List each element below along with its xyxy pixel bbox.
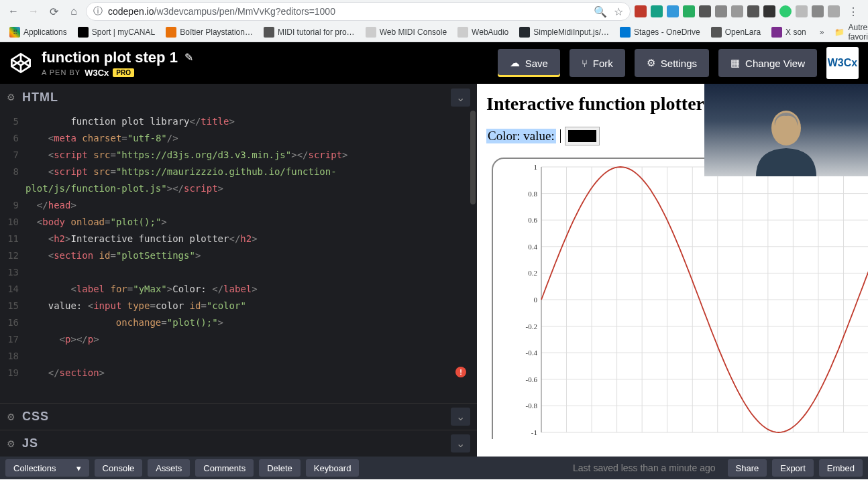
- back-button[interactable]: ←: [5, 3, 21, 19]
- html-panel-title: HTML: [22, 90, 451, 105]
- html-settings-icon[interactable]: ⚙: [7, 92, 15, 103]
- code-line[interactable]: 9 </head>: [0, 197, 477, 214]
- bookmark-item[interactable]: Sport | myCANAL: [74, 25, 159, 40]
- collections-dropdown[interactable]: Collections▾: [5, 459, 89, 477]
- ext-icon[interactable]: [651, 5, 663, 17]
- url-text: codepen.io/w3devcampus/pen/MmVvKg?editor…: [108, 6, 588, 17]
- ext-icon[interactable]: [699, 5, 711, 17]
- html-collapse-icon[interactable]: ⌄: [451, 88, 470, 107]
- workspace: ⚙ HTML ⌄ 5 function plot library</title>…: [0, 84, 868, 457]
- editor-column: ⚙ HTML ⌄ 5 function plot library</title>…: [0, 84, 477, 457]
- code-line[interactable]: 19 </section>: [0, 365, 477, 381]
- assets-button[interactable]: Assets: [148, 459, 190, 477]
- code-line[interactable]: 5 function plot library</title>: [0, 113, 477, 130]
- css-panel-title: CSS: [22, 410, 451, 424]
- html-code-editor[interactable]: 5 function plot library</title>6 <meta c…: [0, 111, 477, 403]
- svg-text:0.8: 0.8: [528, 190, 537, 198]
- console-button[interactable]: Console: [95, 459, 143, 477]
- ext-icon[interactable]: [779, 5, 792, 17]
- ext-icon[interactable]: [763, 5, 775, 17]
- code-line[interactable]: 8 <script src="https://maurizzzio.github…: [0, 164, 477, 180]
- css-panel-header: ⚙ CSS ⌄: [0, 403, 477, 430]
- svg-text:0.4: 0.4: [528, 243, 537, 251]
- change-view-button[interactable]: ▦Change View: [718, 49, 817, 77]
- function-plot[interactable]: -1-0.8-0.6-0.4-0.200.20.40.60.81: [492, 158, 867, 439]
- zoom-icon[interactable]: 🔍: [594, 5, 607, 18]
- edit-title-icon[interactable]: ✎: [184, 51, 193, 64]
- star-icon[interactable]: ☆: [614, 5, 623, 18]
- ext-icon[interactable]: [715, 5, 727, 17]
- browser-chrome: ← → ⟳ ⌂ ⓘ codepen.io/w3devcampus/pen/MmV…: [0, 0, 868, 42]
- ext-icon[interactable]: [796, 5, 808, 17]
- code-line[interactable]: 12 <section id="plotSettings">: [0, 247, 477, 264]
- css-settings-icon[interactable]: ⚙: [7, 412, 15, 422]
- settings-button[interactable]: ⚙Settings: [635, 49, 709, 77]
- js-panel-header: ⚙ JS ⌄: [0, 430, 477, 457]
- bookmarks-overflow[interactable]: »: [816, 27, 828, 37]
- code-line[interactable]: 15 value: <input type=color id="color": [0, 298, 477, 314]
- bookmarks-bar: ⠿ApplicationsSport | myCANALBoîtier Play…: [0, 23, 868, 42]
- bookmark-item[interactable]: OpenLara: [707, 25, 765, 40]
- code-line[interactable]: 18: [0, 348, 477, 365]
- ext-icon[interactable]: [731, 5, 743, 17]
- site-info-icon[interactable]: ⓘ: [93, 5, 103, 17]
- code-line[interactable]: 6 <meta charset="utf-8"/>: [0, 130, 477, 147]
- keyboard-button[interactable]: Keyboard: [306, 459, 360, 477]
- save-button[interactable]: ☁Save: [498, 49, 560, 77]
- code-line[interactable]: 14 <label for="yMax">Color: </label>: [0, 281, 477, 298]
- plot-svg: -1-0.8-0.6-0.4-0.200.20.40.60.81: [493, 159, 868, 440]
- code-line[interactable]: 17 <p></p>: [0, 331, 477, 348]
- address-bar[interactable]: ⓘ codepen.io/w3devcampus/pen/MmVvKg?edit…: [86, 2, 631, 21]
- code-line[interactable]: 10 <body onload="plot();">: [0, 214, 477, 231]
- browser-menu[interactable]: ⋮: [844, 5, 863, 18]
- svg-text:-0.4: -0.4: [526, 349, 538, 357]
- webcam-overlay: [704, 84, 868, 176]
- other-bookmarks[interactable]: 📁Autres favoris: [830, 21, 868, 44]
- fork-button[interactable]: ⑂Fork: [569, 49, 625, 77]
- color-input[interactable]: [565, 127, 600, 145]
- ext-icon[interactable]: [828, 5, 840, 17]
- js-settings-icon[interactable]: ⚙: [7, 438, 15, 449]
- apps-bookmark[interactable]: ⠿Applications: [5, 25, 71, 40]
- bookmark-item[interactable]: Stages - OneDrive: [616, 25, 704, 40]
- bookmark-item[interactable]: WebAudio: [453, 25, 512, 40]
- css-collapse-icon[interactable]: ⌄: [451, 408, 470, 426]
- bookmark-item[interactable]: SimpleMidiInput.js/…: [515, 25, 613, 40]
- pen-author[interactable]: W3Cx: [85, 68, 109, 78]
- codepen-logo[interactable]: [9, 52, 32, 74]
- share-button[interactable]: Share: [728, 459, 767, 477]
- reload-button[interactable]: ⟳: [46, 3, 62, 19]
- comments-button[interactable]: Comments: [195, 459, 254, 477]
- bookmark-item[interactable]: MIDI tutorial for pro…: [260, 25, 359, 40]
- svg-text:-1: -1: [531, 428, 537, 436]
- ext-icon[interactable]: [635, 5, 647, 17]
- user-avatar[interactable]: W3Cx: [826, 47, 859, 79]
- delete-button[interactable]: Delete: [259, 459, 301, 477]
- embed-button[interactable]: Embed: [819, 459, 863, 477]
- save-status: Last saved less than a minute ago: [573, 463, 715, 473]
- code-line[interactable]: 11 <h2>Interactive function plotter</h2>: [0, 231, 477, 247]
- error-icon[interactable]: !: [455, 367, 466, 377]
- bookmark-item[interactable]: X son: [767, 25, 810, 40]
- code-line[interactable]: plot/js/function-plot.js"></script>: [0, 180, 477, 197]
- pen-title[interactable]: function plot step 1: [42, 49, 178, 66]
- svg-text:0.6: 0.6: [528, 216, 537, 224]
- fork-icon: ⑂: [582, 58, 588, 69]
- bookmark-item[interactable]: Web MIDI Console: [362, 25, 451, 40]
- code-line[interactable]: 7 <script src="https://d3js.org/d3.v3.mi…: [0, 147, 477, 164]
- export-button[interactable]: Export: [772, 459, 814, 477]
- home-button[interactable]: ⌂: [66, 3, 82, 19]
- ext-icon[interactable]: [747, 5, 759, 17]
- chevron-down-icon: ▾: [76, 463, 81, 473]
- extension-icons: [635, 5, 840, 17]
- ext-icon[interactable]: [667, 5, 679, 17]
- ext-icon[interactable]: [683, 5, 695, 17]
- scrollbar[interactable]: [470, 111, 476, 204]
- ext-icon[interactable]: [812, 5, 824, 17]
- code-line[interactable]: 13: [0, 264, 477, 281]
- code-line[interactable]: 16 onchange="plot();">: [0, 314, 477, 331]
- js-collapse-icon[interactable]: ⌄: [451, 434, 470, 452]
- codepen-header: function plot step 1 ✎ A PEN BY W3Cx PRO…: [0, 42, 868, 84]
- bookmark-item[interactable]: Boîtier Playstation…: [162, 25, 257, 40]
- browser-toolbar: ← → ⟳ ⌂ ⓘ codepen.io/w3devcampus/pen/MmV…: [0, 0, 868, 23]
